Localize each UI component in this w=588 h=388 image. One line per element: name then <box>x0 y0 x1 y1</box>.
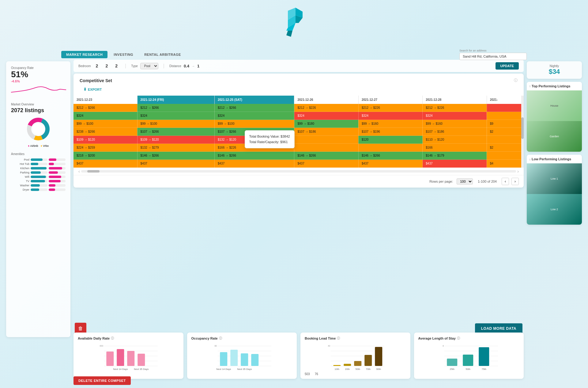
grid-cell[interactable]: $99 → $100 <box>137 120 214 128</box>
grid-cell[interactable]: $146 → $266 <box>214 152 294 160</box>
grid-row[interactable]: $109 → $120$109 → $120$132 → $120$120$11… <box>74 136 524 144</box>
grid-cell[interactable]: $146 → $266 <box>358 152 422 160</box>
grid-cell[interactable]: $9 <box>487 120 523 128</box>
grid-cell[interactable]: $99 → $160 <box>358 120 422 128</box>
grid-cell[interactable]: $110 → $120 <box>423 136 487 144</box>
grid-cell[interactable]: $212 → $226 <box>358 104 422 112</box>
type-select[interactable]: Pool <box>140 63 158 69</box>
grid-cell[interactable]: $107 → $196 <box>358 128 422 136</box>
grid-row[interactable]: $224 → $259$132 → $279$166 → $226$166$2 <box>74 144 524 152</box>
grid-cell[interactable]: $437 <box>137 160 214 168</box>
grid-cell[interactable]: $437 <box>294 160 358 168</box>
grid-cell[interactable]: $212 → $226 <box>294 104 358 112</box>
grid-cell[interactable]: $132 → $279 <box>137 144 214 152</box>
chart-info-icon[interactable]: ⓘ <box>111 336 114 340</box>
grid-cell[interactable]: $324 <box>74 112 137 120</box>
grid-row[interactable]: $218 → $200$146 → $266$146 → $266$146 → … <box>74 152 524 160</box>
grid-cell[interactable]: $218 → $200 <box>74 152 137 160</box>
grid-cell[interactable]: $324 <box>294 112 358 120</box>
grid-cell[interactable] <box>294 136 358 144</box>
grid-cell[interactable]: $99 → $160 <box>423 120 487 128</box>
next-page-button[interactable]: › <box>511 178 519 185</box>
tab-rental-arbitrage[interactable]: RENTAL ARBITRAGE <box>139 51 186 58</box>
chart-info-icon[interactable]: ⓘ <box>337 336 340 340</box>
scroll-track[interactable] <box>81 170 516 173</box>
grid-cell[interactable] <box>358 144 422 152</box>
grid-cell[interactable]: $107 → $186 <box>423 128 487 136</box>
load-more-button[interactable]: LOAD MORE DATA <box>475 323 522 334</box>
grid-cell[interactable]: $166 <box>423 144 487 152</box>
grid-cell[interactable]: $212 → $266 <box>214 104 294 112</box>
prev-page-button[interactable]: ‹ <box>502 178 509 185</box>
grid-cell[interactable] <box>487 104 523 112</box>
update-button[interactable]: UPDATE <box>496 62 519 70</box>
grid-cell[interactable]: $109 → $120 <box>137 136 214 144</box>
bedroom-filter-3[interactable]: 2 <box>113 63 120 68</box>
grid-cell[interactable] <box>487 136 523 144</box>
bedroom-filter-1[interactable]: 2 <box>93 63 101 68</box>
grid-row[interactable]: $238 → $266$107 → $266$107 → $266$107 → … <box>74 128 524 136</box>
scroll-thumb[interactable] <box>87 170 100 173</box>
grid-cell[interactable]: $107 → $266 <box>214 128 294 136</box>
grid-cell[interactable]: $146 → $179 <box>423 152 487 160</box>
grid-cell[interactable]: $437 <box>214 160 294 168</box>
grid-row[interactable]: $212 → $266$212 → $266$212 → $266$212 → … <box>74 104 524 112</box>
listing-thumb-1[interactable]: House <box>527 90 582 121</box>
tab-market-research[interactable]: MARKET RESEARCH <box>61 51 107 58</box>
grid-cell[interactable]: $224 → $259 <box>74 144 137 152</box>
grid-cell[interactable]: $437 <box>74 160 137 168</box>
grid-cell[interactable]: $146 → $266 <box>137 152 214 160</box>
grid-cell[interactable]: $324 <box>137 112 214 120</box>
vertical-scroll-thumb[interactable] <box>521 117 524 139</box>
date-grid-container[interactable]: 2021-12-232021-12-24 (FRI)2021-12-25 (SA… <box>74 96 524 168</box>
grid-cell[interactable]: $2 <box>487 144 523 152</box>
grid-cell[interactable]: $4 <box>487 160 523 168</box>
export-button[interactable]: ⬇ EXPORT <box>80 86 105 93</box>
grid-cell[interactable]: $107 → $266 <box>137 128 214 136</box>
scroll-left-arrow[interactable]: ‹ <box>78 169 80 174</box>
rows-per-page-select[interactable]: 100 50 25 <box>457 178 473 184</box>
grid-cell[interactable]: $212 → $266 <box>74 104 137 112</box>
grid-cell[interactable] <box>487 152 523 160</box>
tab-investing[interactable]: INVESTING <box>109 51 138 58</box>
grid-cell[interactable]: $437 <box>423 160 487 168</box>
grid-cell[interactable]: $2 <box>487 128 523 136</box>
chart-title-average-length-of-stay: Average Length of Stay ⓘ <box>418 336 520 340</box>
chart-info-icon[interactable]: ⓘ <box>457 336 460 340</box>
compset-info-icon[interactable]: ⓘ <box>514 78 518 83</box>
address-search-input[interactable] <box>459 53 527 60</box>
market-overview: Market Overview 2072 listings ● Airbnb ●… <box>11 103 66 147</box>
grid-cell[interactable] <box>487 112 523 120</box>
delete-compset-button[interactable]: DELETE ENTIRE COMPSET <box>74 376 131 385</box>
listing-thumb-4[interactable]: Low 2 <box>527 194 582 225</box>
chart-info-icon[interactable]: ⓘ <box>219 336 222 340</box>
grid-cell[interactable]: $324 <box>423 112 487 120</box>
grid-cell[interactable]: $132 → $120 <box>214 136 294 144</box>
grid-cell[interactable]: $99 → $100 <box>74 120 137 128</box>
grid-cell[interactable]: $166 → $226 <box>214 144 294 152</box>
listing-thumb-3[interactable]: Low 1 <box>527 163 582 194</box>
amenity-track-pink <box>49 176 66 178</box>
grid-row[interactable]: $324$324$324$324$324$324 <box>74 112 524 120</box>
grid-cell[interactable]: $146 → $266 <box>294 152 358 160</box>
grid-cell[interactable] <box>294 144 358 152</box>
grid-cell[interactable]: $324 <box>214 112 294 120</box>
grid-cell[interactable]: $437 <box>358 160 422 168</box>
grid-cell[interactable]: $238 → $266 <box>74 128 137 136</box>
vertical-scrollbar[interactable] <box>521 96 524 168</box>
grid-cell[interactable]: $212 → $266 <box>137 104 214 112</box>
grid-cell[interactable]: $120 <box>358 136 422 144</box>
listing-thumb-2[interactable]: Garden <box>527 121 582 152</box>
grid-row[interactable]: $99 → $100$99 → $100$99 → $100$99 → $180… <box>74 120 524 128</box>
grid-cell[interactable]: $212 → $226 <box>423 104 487 112</box>
bedroom-filter-2[interactable]: 2 <box>103 63 110 68</box>
grid-cell[interactable]: $324 <box>358 112 422 120</box>
grid-cell[interactable]: $109 → $120 <box>74 136 137 144</box>
svg-point-11 <box>33 124 44 135</box>
grid-cell[interactable]: $107 → $186 <box>294 128 358 136</box>
top-performing-listings: ↑ Top Performing Listings House Garden <box>527 82 582 152</box>
grid-cell[interactable]: $99 → $180 <box>294 120 358 128</box>
scroll-right-arrow[interactable]: › <box>517 169 519 174</box>
grid-row[interactable]: $437$437$437$437$437$437$4 <box>74 160 524 168</box>
grid-cell[interactable]: $99 → $100 <box>214 120 294 128</box>
